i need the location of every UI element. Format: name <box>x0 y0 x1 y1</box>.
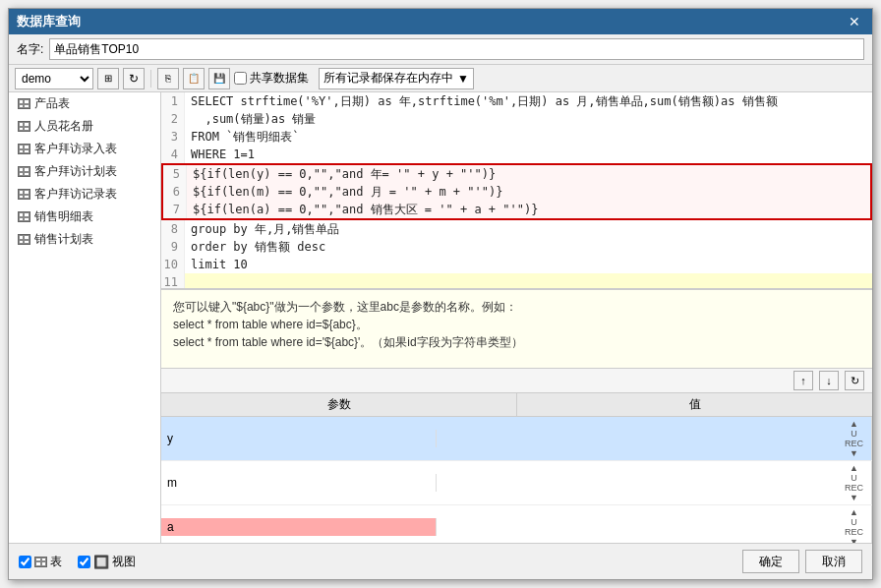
view-icon: 🔲 <box>93 555 109 569</box>
sidebar-item-label: 销售计划表 <box>34 231 93 248</box>
hint-line-1: 您可以键入"${abc}"做为一个参数，这里abc是参数的名称。例如： <box>173 298 860 316</box>
view-checkbox[interactable] <box>78 556 90 568</box>
shared-checkbox-group: 共享数据集 <box>234 70 309 87</box>
sidebar-item-visit-record[interactable]: 客户拜访记录表 <box>9 183 160 206</box>
title-bar: 数据库查询 ✕ <box>9 9 872 34</box>
separator-1 <box>150 70 151 88</box>
name-row: 名字: <box>9 34 872 65</box>
sql-line-1: 1 SELECT strftime('%Y',日期) as 年,strftime… <box>161 92 872 110</box>
abc-icon-m: ▲ U REC ▼ <box>845 463 863 502</box>
table-icon-sales-plan <box>17 233 30 247</box>
params-value-a: ▲ U REC ▼ <box>437 505 872 543</box>
sidebar-item-product[interactable]: 产品表 <box>9 92 160 115</box>
toolbar-row: demo ⊞ ↻ ⎘ 📋 💾 共享数据集 所有记录都保存在内存中 ▼ <box>9 65 872 92</box>
table-icon-product <box>17 97 30 111</box>
abc-icon-y: ▲ U REC ▼ <box>845 419 863 458</box>
params-area: ↑ ↓ ↻ 参数 值 y <box>161 368 872 543</box>
hint-line-3: select * from table where id='${abc}'。（如… <box>173 333 860 351</box>
table-checkbox[interactable] <box>19 556 31 568</box>
params-name-a: a <box>161 518 437 536</box>
view-checkbox-group: 🔲 视图 <box>78 554 136 570</box>
tb-btn-paste[interactable]: 📋 <box>183 68 205 89</box>
hint-line-2: select * from table where id=${abc}。 <box>173 316 860 333</box>
params-row-m[interactable]: m ▲ U REC ▼ <box>161 461 872 505</box>
params-toolbar: ↑ ↓ ↻ <box>161 369 872 392</box>
all-records-label: 所有记录都保存在内存中 <box>323 70 453 87</box>
sidebar-item-staff[interactable]: 人员花名册 <box>9 115 160 138</box>
params-name-y: y <box>161 430 437 447</box>
main-content: 产品表 人员花名册 客户拜访录入表 客户拜访计划表 <box>9 92 872 543</box>
params-name-m: m <box>161 474 437 492</box>
tb-btn-refresh[interactable]: ↻ <box>123 68 145 89</box>
highlighted-block: 5 ${if(len(y) == 0,"","and 年= '" + y + "… <box>161 163 872 220</box>
dropdown-arrow-icon: ▼ <box>457 72 469 86</box>
bottom-bar: 表 🔲 视图 确定 取消 <box>9 543 872 579</box>
sidebar: 产品表 人员花名册 客户拜访录入表 客户拜访计划表 <box>9 92 161 543</box>
tb-btn-save[interactable]: 💾 <box>208 68 230 89</box>
sql-line-4: 4 WHERE 1=1 <box>161 146 872 163</box>
sql-line-10: 10 limit 10 <box>161 256 872 273</box>
tb-btn-copy[interactable]: ⎘ <box>157 68 179 89</box>
params-value-input-m[interactable] <box>442 474 843 492</box>
sidebar-item-visit-plan[interactable]: 客户拜访计划表 <box>9 160 160 183</box>
table-icon-visit-plan <box>17 165 30 179</box>
params-refresh-btn[interactable]: ↻ <box>845 371 864 390</box>
sql-line-11: 11 <box>161 273 872 289</box>
sql-line-5: 5 ${if(len(y) == 0,"","and 年= '" + y + "… <box>163 165 870 183</box>
params-value-input-a[interactable] <box>442 518 843 536</box>
sidebar-item-label: 销售明细表 <box>34 208 93 225</box>
sql-editor[interactable]: 1 SELECT strftime('%Y',日期) as 年,strftime… <box>161 92 872 289</box>
sql-line-9: 9 order by 销售额 desc <box>161 238 872 256</box>
table-checkbox-group: 表 <box>19 554 62 570</box>
datasource-select[interactable]: demo <box>15 68 93 89</box>
cancel-button[interactable]: 取消 <box>805 550 862 573</box>
params-table-header: 参数 值 <box>161 393 872 417</box>
params-value-y: ▲ U REC ▼ <box>437 417 872 460</box>
close-button[interactable]: ✕ <box>845 14 864 29</box>
params-row-y[interactable]: y ▲ U REC ▼ <box>161 417 872 461</box>
table-icon-visit-entry <box>17 143 30 156</box>
sql-line-3: 3 FROM `销售明细表` <box>161 128 872 146</box>
params-header-name: 参数 <box>161 393 517 416</box>
confirm-button[interactable]: 确定 <box>742 550 799 573</box>
tb-btn-1[interactable]: ⊞ <box>97 68 119 89</box>
sidebar-item-label: 客户拜访录入表 <box>34 141 117 157</box>
table-icon-sales-detail <box>17 210 30 224</box>
name-input[interactable] <box>49 38 864 60</box>
sidebar-item-label: 产品表 <box>34 95 70 112</box>
shared-checkbox[interactable] <box>234 72 247 85</box>
hint-box: 您可以键入"${abc}"做为一个参数，这里abc是参数的名称。例如： sele… <box>161 289 872 368</box>
abc-icon-a: ▲ U REC ▼ <box>845 507 863 543</box>
table-label: 表 <box>50 554 62 570</box>
name-label: 名字: <box>17 41 43 58</box>
params-up-btn[interactable]: ↑ <box>793 371 813 390</box>
dialog-title: 数据库查询 <box>17 13 81 30</box>
params-value-input-y[interactable] <box>442 430 843 447</box>
all-records-dropdown[interactable]: 所有记录都保存在内存中 ▼ <box>319 68 474 89</box>
sidebar-item-sales-detail[interactable]: 销售明细表 <box>9 206 160 228</box>
sidebar-item-label: 客户拜访计划表 <box>34 163 117 180</box>
sidebar-item-label: 人员花名册 <box>34 118 93 135</box>
main-dialog: 数据库查询 ✕ 名字: demo ⊞ ↻ ⎘ 📋 💾 共享数据集 所有记录都保存… <box>8 8 873 580</box>
params-table: 参数 值 y ▲ U REC <box>161 392 872 543</box>
params-value-m: ▲ U REC ▼ <box>437 461 872 504</box>
sidebar-item-visit-entry[interactable]: 客户拜访录入表 <box>9 138 160 160</box>
params-header-value: 值 <box>517 393 872 416</box>
shared-label: 共享数据集 <box>250 70 309 87</box>
table-icon-staff <box>17 120 30 134</box>
params-row-a[interactable]: a ▲ U REC ▼ <box>161 505 872 543</box>
sidebar-item-sales-plan[interactable]: 销售计划表 <box>9 228 160 251</box>
right-panel: 1 SELECT strftime('%Y',日期) as 年,strftime… <box>161 92 872 543</box>
sidebar-item-label: 客户拜访记录表 <box>34 186 117 203</box>
params-down-btn[interactable]: ↓ <box>819 371 839 390</box>
table-icon-visit-record <box>17 188 30 202</box>
sql-line-2: 2 ,sum(销量)as 销量 <box>161 110 872 128</box>
view-label: 视图 <box>112 554 136 570</box>
sql-line-7: 7 ${if(len(a) == 0,"","and 销售大区 = '" + a… <box>163 201 870 218</box>
table-icon-bottom <box>34 557 47 567</box>
sql-line-8: 8 group by 年,月,销售单品 <box>161 220 872 238</box>
sql-line-6: 6 ${if(len(m) == 0,"","and 月 = '" + m + … <box>163 183 870 201</box>
